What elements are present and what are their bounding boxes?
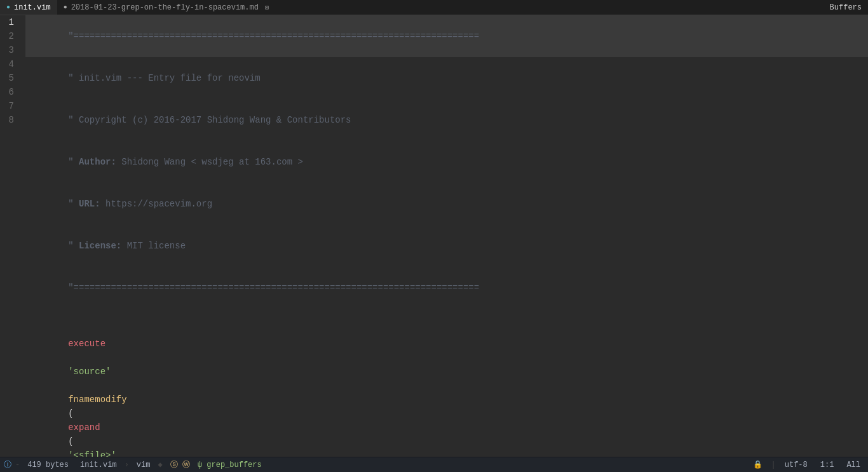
position: 1:1: [817, 461, 838, 469]
code-line-4: " Author: Shidong Wang < wsdjeg at 163.c…: [25, 141, 868, 183]
plugin-name: ψ grep_buffers: [198, 461, 262, 469]
line-num-5: 5: [5, 71, 14, 85]
line6-license-label: License:: [79, 241, 121, 251]
execute-sfile-string: '<sfile>': [68, 450, 116, 457]
line-num-1: 1: [5, 15, 14, 29]
line-num-8: 8: [5, 113, 14, 127]
tab-init-vim[interactable]: ● init.vim: [0, 0, 57, 15]
line-numbers: 1 2 3 4 5 6 7 8: [0, 15, 19, 457]
line5-url-value: https://spacevim.org: [100, 199, 212, 209]
git-branch: ⓢ ⓦ: [166, 459, 194, 470]
line-num-3: 3: [5, 43, 14, 57]
lock-icon: 🔒: [749, 460, 766, 469]
code-line-8: [25, 309, 868, 323]
status-vim-mode: vim: [133, 461, 154, 469]
line3-content: " Copyright (c) 2016-2017 Shidong Wang &…: [68, 115, 351, 125]
dash1: -: [15, 461, 20, 469]
execute-keyword: execute: [68, 339, 105, 349]
execute-expand: expand: [68, 422, 100, 433]
line-num-6: 6: [5, 85, 14, 99]
pipe1: |: [771, 461, 776, 469]
line1-content: "=======================================…: [68, 31, 479, 41]
code-line-execute: execute 'source' fnamemodify ( expand ( …: [25, 323, 868, 457]
file-size: 419 bytes: [24, 461, 72, 469]
code-line-7: "=======================================…: [25, 267, 868, 309]
code-line-1: "=======================================…: [25, 15, 868, 57]
code-line-6: " License: MIT license: [25, 225, 868, 267]
line6-license-value: MIT license: [121, 241, 186, 251]
code-line-2: " init.vim --- Entry file for neovim: [25, 57, 868, 99]
buffers-label[interactable]: Buffers: [830, 3, 868, 12]
execute-paren1: (: [68, 408, 73, 419]
execute-space1: [68, 353, 73, 363]
line5-url-label: URL:: [79, 199, 100, 209]
statusbar: ⓘ - 419 bytes init.vim › vim ◆ ⓢ ⓦ ψ gre…: [0, 457, 868, 472]
line5-quote: ": [68, 199, 79, 209]
tab-grep-md[interactable]: ● 2018-01-23-grep-on-the-fly-in-spacevim…: [57, 0, 275, 15]
line4-author-value: Shidong Wang < wsdjeg at 163.com >: [116, 157, 303, 167]
info-icon: ⓘ: [4, 459, 11, 470]
line6-quote: ": [68, 241, 79, 251]
execute-space2: [68, 381, 73, 391]
code-line-3: " Copyright (c) 2016-2017 Shidong Wang &…: [25, 99, 868, 141]
tab-init-vim-label: init.vim: [14, 3, 51, 12]
status-sep-branch: ◆: [158, 460, 162, 469]
editor: 1 2 3 4 5 6 7 8 "=======================…: [0, 15, 868, 457]
encoding: utf-8: [781, 461, 811, 469]
tab-grep-md-label: 2018-01-23-grep-on-the-fly-in-spacevim.m…: [71, 3, 259, 12]
line2-content: " init.vim --- Entry file for neovim: [68, 73, 260, 83]
code-line-5: " URL: https://spacevim.org: [25, 183, 868, 225]
line7-content: "=======================================…: [68, 283, 479, 293]
line-num-2: 2: [5, 29, 14, 43]
line4-quote: ": [68, 157, 79, 167]
line4-author-label: Author:: [79, 157, 116, 167]
code-area[interactable]: "=======================================…: [19, 15, 868, 457]
md-file-icon: ●: [64, 4, 67, 11]
status-filename: init.vim: [76, 461, 121, 469]
status-sep-mode: ›: [125, 461, 129, 469]
line-num-4: 4: [5, 57, 14, 71]
status-right-section: 🔒 | utf-8 1:1 All: [749, 460, 864, 469]
editor-content: 1 2 3 4 5 6 7 8 "=======================…: [0, 15, 868, 457]
execute-paren2: (: [68, 436, 73, 447]
vim-file-icon: ●: [6, 4, 10, 11]
line-num-7: 7: [5, 99, 14, 113]
tabbar: ● init.vim ● 2018-01-23-grep-on-the-fly-…: [0, 0, 868, 15]
execute-source-string: 'source': [68, 367, 111, 377]
scroll-percent: All: [843, 461, 864, 469]
execute-fnamemodify: fnamemodify: [68, 394, 126, 405]
tab-close-icon[interactable]: ⊠: [265, 4, 269, 11]
